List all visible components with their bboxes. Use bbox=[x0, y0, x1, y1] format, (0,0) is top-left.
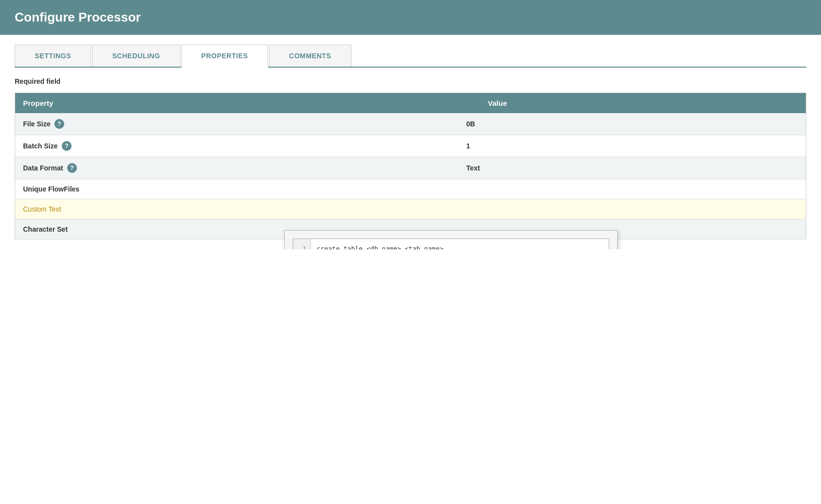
tab-settings[interactable]: SETTINGS bbox=[15, 45, 91, 67]
tab-bar: SETTINGS SCHEDULING PROPERTIES COMMENTS bbox=[15, 45, 806, 68]
main-content: SETTINGS SCHEDULING PROPERTIES COMMENTS … bbox=[0, 35, 821, 249]
code-editor: 1 2 3 4 create table <db.name>.<tab_name… bbox=[293, 239, 609, 249]
property-value-file-size: 0B bbox=[466, 120, 475, 128]
page-header: Configure Processor bbox=[0, 0, 821, 35]
page-title: Configure Processor bbox=[15, 10, 141, 24]
table-row: File Size ? 0B bbox=[15, 113, 806, 135]
property-name-batch-size: Batch Size ? bbox=[23, 141, 450, 151]
tab-comments[interactable]: COMMENTS bbox=[269, 45, 351, 67]
code-content[interactable]: create table <db.name>.<tab_name> (id in… bbox=[311, 239, 609, 249]
table-header: Property Value bbox=[15, 93, 806, 114]
property-name-data-format: Data Format ? bbox=[23, 163, 450, 173]
custom-text-popup: 1 2 3 4 create table <db.name>.<tab_name… bbox=[284, 230, 618, 249]
property-col-header: Property bbox=[15, 93, 459, 114]
properties-table: Property Value File Size ? 0B bbox=[15, 93, 806, 240]
property-name-file-size: File Size ? bbox=[23, 119, 450, 129]
help-icon-data-format[interactable]: ? bbox=[67, 163, 77, 173]
help-icon-file-size[interactable]: ? bbox=[54, 119, 64, 129]
table-row: Unique FlowFiles bbox=[15, 179, 806, 199]
help-icon-batch-size[interactable]: ? bbox=[62, 141, 72, 151]
property-value-batch-size: 1 bbox=[466, 142, 470, 150]
property-name-custom-text: Custom Text bbox=[23, 205, 450, 213]
tab-scheduling[interactable]: SCHEDULING bbox=[92, 45, 180, 67]
table-row: Data Format ? Text bbox=[15, 157, 806, 179]
line-numbers: 1 2 3 4 bbox=[293, 239, 311, 249]
table-row: Custom Text bbox=[15, 199, 806, 219]
required-field-label: Required field bbox=[15, 77, 806, 85]
value-col-header: Value bbox=[458, 93, 806, 114]
property-name-unique-flowfiles: Unique FlowFiles bbox=[23, 185, 450, 193]
tab-properties[interactable]: PROPERTIES bbox=[181, 45, 268, 68]
table-row: Batch Size ? 1 bbox=[15, 135, 806, 157]
property-value-data-format: Text bbox=[466, 164, 480, 172]
